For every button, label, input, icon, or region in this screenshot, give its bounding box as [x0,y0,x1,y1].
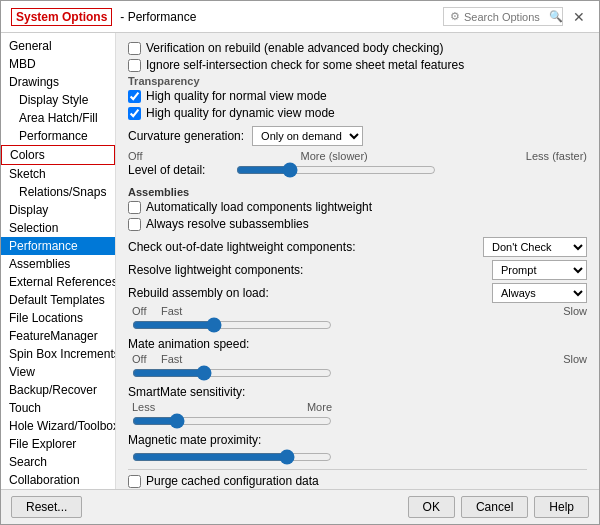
sidebar-item-mbd[interactable]: MBD [1,55,115,73]
magnetic-proximity-slider[interactable] [132,449,332,465]
auto-load-lightweight-checkbox[interactable] [128,201,141,214]
title-bar-right: ⚙ 🔍 ✕ [443,7,589,26]
always-resolve-row: Always resolve subassemblies [128,217,587,231]
help-button[interactable]: Help [534,496,589,518]
sidebar-item-view[interactable]: View [1,363,115,381]
sidebar-item-collaboration[interactable]: Collaboration [1,471,115,489]
system-options-window: System Options - Performance ⚙ 🔍 ✕ Gener… [0,0,600,525]
check-outofdate-row: Check out-of-date lightweight components… [128,237,587,257]
lod-off-label: Off [128,150,142,162]
curvature-select[interactable]: Only on demand Always Never [252,126,363,146]
always-resolve-checkbox[interactable] [128,218,141,231]
mate-animation-slider[interactable] [132,365,332,381]
smartmate-slider[interactable] [132,413,332,429]
mate-fast-label: Fast [161,353,182,365]
verification-rebuild-row: Verification on rebuild (enable advanced… [128,41,587,55]
auto-load-lightweight-row: Automatically load components lightweigh… [128,200,587,214]
search-box: ⚙ 🔍 [443,7,563,26]
purge-cached-row: Purge cached configuration data [128,474,587,488]
sidebar-item-hole-wizard[interactable]: Hole Wizard/Toolbox [1,417,115,435]
level-of-detail-section: Off More (slower) Less (faster) Level of… [128,150,587,182]
transparency-label: Transparency [128,75,587,87]
rebuild-on-load-row: Rebuild assembly on load: Always Never P… [128,283,587,303]
mate-animation-label: Mate animation speed: [128,337,587,351]
check-outofdate-select[interactable]: Don't Check Indicate Always resolve [483,237,587,257]
level-of-detail-labels: Off More (slower) Less (faster) [128,150,587,162]
resolve-lightweight-label: Resolve lightweight components: [128,263,486,277]
high-quality-normal-row: High quality for normal view mode [128,89,587,103]
sidebar-item-touch[interactable]: Touch [1,399,115,417]
sidebar-item-performance[interactable]: Performance [1,237,115,255]
magnetic-proximity-label: Magnetic mate proximity: [128,433,587,447]
transparency-section: Transparency High quality for normal vie… [128,75,587,120]
curvature-label: Curvature generation: [128,129,244,143]
sidebar-item-external-references[interactable]: External References [1,273,115,291]
ok-button[interactable]: OK [408,496,455,518]
sidebar-item-display[interactable]: Display [1,201,115,219]
sidebar-item-file-locations[interactable]: File Locations [1,309,115,327]
search-magnify-icon: 🔍 [549,10,563,23]
sidebar-item-general[interactable]: General [1,37,115,55]
assemblies-label: Assemblies [128,186,587,198]
sidebar-item-assemblies[interactable]: Assemblies [1,255,115,273]
content-area: General MBD Drawings Display Style Area … [1,33,599,489]
level-of-detail-row: Level of detail: [128,162,587,178]
mate-off-label: Off [132,353,157,365]
title-text: - Performance [120,10,196,24]
sidebar-item-selection[interactable]: Selection [1,219,115,237]
reset-button[interactable]: Reset... [11,496,82,518]
resolve-lightweight-select[interactable]: Prompt Always Never [492,260,587,280]
smartmate-label: SmartMate sensitivity: [128,385,587,399]
lod-more-slower-label: More (slower) [301,150,368,162]
rebuild-off-label: Off [132,305,157,317]
sidebar-item-default-templates[interactable]: Default Templates [1,291,115,309]
ignore-self-intersection-checkbox[interactable] [128,59,141,72]
lod-less-faster-label: Less (faster) [526,150,587,162]
sidebar-item-sketch[interactable]: Sketch [1,165,115,183]
cancel-button[interactable]: Cancel [461,496,528,518]
sidebar-item-drawings-performance[interactable]: Performance [1,127,115,145]
divider [128,469,587,470]
sidebar-item-drawings[interactable]: Drawings [1,73,115,91]
purge-cached-checkbox[interactable] [128,475,141,488]
rebuild-slider-section: Off Fast Slow [128,305,587,333]
ok-cancel-help-group: OK Cancel Help [408,496,589,518]
assemblies-section: Assemblies Automatically load components… [128,186,587,231]
check-outofdate-label: Check out-of-date lightweight components… [128,240,477,254]
sidebar-item-backup-recover[interactable]: Backup/Recover [1,381,115,399]
search-input[interactable] [464,11,549,23]
sidebar-item-search[interactable]: Search [1,453,115,471]
rebuild-on-load-select[interactable]: Always Never Prompt [492,283,587,303]
sidebar: General MBD Drawings Display Style Area … [1,33,116,489]
high-quality-dynamic-row: High quality for dynamic view mode [128,106,587,120]
high-quality-dynamic-checkbox[interactable] [128,107,141,120]
sidebar-item-area-hatch[interactable]: Area Hatch/Fill [1,109,115,127]
purge-cached-label: Purge cached configuration data [146,474,319,488]
main-panel: Verification on rebuild (enable advanced… [116,33,599,489]
level-of-detail-label: Level of detail: [128,163,228,177]
smartmate-section: SmartMate sensitivity: Less More [128,385,587,429]
resolve-lightweight-row: Resolve lightweight components: Prompt A… [128,260,587,280]
high-quality-dynamic-label: High quality for dynamic view mode [146,106,335,120]
sidebar-item-colors[interactable]: Colors [1,145,115,165]
high-quality-normal-checkbox[interactable] [128,90,141,103]
title-bar: System Options - Performance ⚙ 🔍 ✕ [1,1,599,33]
search-icon: ⚙ [450,10,460,23]
magnetic-proximity-section: Magnetic mate proximity: [128,433,587,465]
verification-rebuild-checkbox[interactable] [128,42,141,55]
rebuild-on-load-label: Rebuild assembly on load: [128,286,486,300]
system-options-label[interactable]: System Options [11,8,112,26]
ignore-self-intersection-label: Ignore self-intersection check for some … [146,58,464,72]
bottom-buttons: Reset... OK Cancel Help [1,489,599,524]
high-quality-normal-label: High quality for normal view mode [146,89,327,103]
level-of-detail-slider[interactable] [236,162,436,178]
sidebar-item-spin-box[interactable]: Spin Box Increments [1,345,115,363]
auto-load-lightweight-label: Automatically load components lightweigh… [146,200,372,214]
sidebar-item-relations-snaps[interactable]: Relations/Snaps [1,183,115,201]
sidebar-item-file-explorer[interactable]: File Explorer [1,435,115,453]
rebuild-fast-label: Fast [161,305,182,317]
rebuild-slider[interactable] [132,317,332,333]
sidebar-item-feature-manager[interactable]: FeatureManager [1,327,115,345]
sidebar-item-display-style[interactable]: Display Style [1,91,115,109]
close-button[interactable]: ✕ [569,9,589,25]
